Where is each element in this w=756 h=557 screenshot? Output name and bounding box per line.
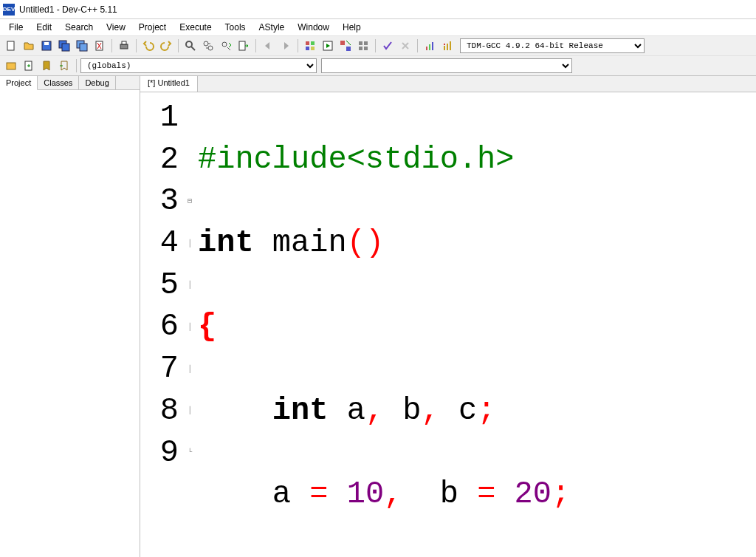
svg-rect-6 (80, 44, 87, 51)
compile-run-icon[interactable] (337, 38, 354, 54)
svg-point-14 (204, 41, 208, 46)
svg-rect-11 (122, 41, 126, 44)
menu-tools[interactable]: Tools (219, 21, 252, 34)
new-file-icon[interactable] (3, 38, 19, 54)
svg-rect-28 (364, 47, 368, 50)
line-number: 3 (140, 180, 179, 222)
svg-rect-30 (429, 44, 430, 50)
sidebar-tab-classes[interactable]: Classes (38, 76, 79, 89)
menu-project[interactable]: Project (133, 21, 172, 34)
svg-point-12 (186, 41, 192, 47)
menu-window[interactable]: Window (292, 21, 335, 34)
preproc: #include<stdio.h> (198, 142, 514, 177)
editor-tab-untitled1[interactable]: [*] Untitled1 (140, 76, 198, 92)
redo-icon[interactable] (158, 38, 174, 54)
separator (417, 39, 418, 52)
editor-area: [*] Untitled1 1 2 3 4 5 6 7 8 9 ⊟ │ │ │ (140, 76, 756, 557)
separator (136, 39, 137, 52)
svg-rect-34 (450, 41, 451, 50)
line-number: 5 (140, 264, 179, 307)
globals-select[interactable]: (globals) (80, 58, 317, 73)
sidebar-tab-debug[interactable]: Debug (79, 76, 115, 89)
svg-rect-4 (62, 44, 69, 51)
line-number: 8 (140, 390, 179, 432)
menu-edit[interactable]: Edit (30, 21, 58, 34)
svg-rect-32 (444, 46, 445, 50)
separator (76, 59, 77, 72)
svg-rect-23 (340, 41, 345, 45)
menu-search[interactable]: Search (59, 21, 99, 34)
svg-rect-27 (359, 47, 362, 50)
goto-bookmark-icon[interactable] (56, 58, 72, 74)
svg-rect-21 (311, 47, 315, 50)
brace: { (198, 309, 216, 344)
menubar: File Edit Search View Project Execute To… (0, 19, 756, 35)
profile-icon[interactable] (422, 38, 438, 54)
print-icon[interactable] (116, 38, 132, 54)
sidebar: Project Classes Debug (0, 76, 140, 557)
insert-icon[interactable] (21, 58, 37, 74)
fold-toggle-icon[interactable]: ⊟ (185, 180, 195, 222)
code-content[interactable]: #include<stdio.h> int main() { int a, b,… (195, 92, 756, 557)
toolbar-main: TDM-GCC 4.9.2 64-bit Release (0, 35, 756, 55)
save-all-proj-icon[interactable] (74, 38, 90, 54)
svg-rect-24 (346, 47, 351, 51)
svg-rect-26 (364, 41, 368, 45)
separator (298, 39, 298, 52)
separator (375, 39, 376, 52)
compile-icon[interactable] (302, 38, 318, 54)
keyword: int (198, 225, 254, 261)
symbol-select[interactable] (321, 58, 572, 73)
save-icon[interactable] (38, 38, 55, 54)
separator (178, 39, 179, 52)
new-project-icon[interactable] (3, 58, 19, 74)
svg-rect-19 (311, 41, 315, 45)
goto-icon[interactable] (236, 38, 252, 54)
code-editor[interactable]: 1 2 3 4 5 6 7 8 9 ⊟ │ │ │ │ │ └ #i (140, 92, 756, 557)
window-title: Untitled1 - Dev-C++ 5.11 (19, 4, 117, 15)
svg-rect-20 (306, 47, 309, 50)
fold-column: ⊟ │ │ │ │ │ └ (185, 92, 195, 557)
check-icon[interactable] (379, 38, 396, 54)
svg-rect-29 (426, 47, 427, 50)
svg-point-15 (208, 46, 213, 50)
svg-point-35 (444, 44, 445, 45)
menu-astyle[interactable]: AStyle (253, 21, 291, 34)
save-all-icon[interactable] (56, 38, 72, 54)
find-next-icon[interactable] (218, 38, 234, 54)
svg-rect-18 (306, 41, 309, 45)
line-number: 7 (140, 348, 179, 390)
svg-rect-17 (239, 41, 245, 50)
find-icon[interactable] (182, 38, 199, 54)
svg-rect-25 (359, 41, 362, 45)
line-number: 6 (140, 306, 179, 348)
ident: main (272, 225, 347, 261)
run-icon[interactable] (320, 38, 336, 54)
open-icon[interactable] (21, 38, 37, 54)
menu-file[interactable]: File (3, 21, 29, 34)
svg-rect-36 (7, 63, 16, 69)
forward-icon[interactable] (278, 38, 294, 54)
bookmark-icon[interactable] (38, 58, 55, 74)
svg-rect-10 (120, 44, 128, 49)
back-icon[interactable] (260, 38, 276, 54)
app-icon: DEV (3, 4, 15, 16)
compiler-select[interactable]: TDM-GCC 4.9.2 64-bit Release (460, 38, 645, 53)
menu-help[interactable]: Help (337, 21, 367, 34)
sidebar-tab-project[interactable]: Project (0, 76, 38, 90)
close-file-icon[interactable] (92, 38, 108, 54)
menu-execute[interactable]: Execute (173, 21, 217, 34)
menu-view[interactable]: View (100, 21, 131, 34)
line-gutter: 1 2 3 4 5 6 7 8 9 (140, 92, 185, 557)
svg-line-13 (191, 47, 195, 50)
svg-rect-0 (7, 41, 14, 50)
replace-icon[interactable] (200, 38, 216, 54)
clean-icon[interactable] (397, 38, 413, 54)
separator (255, 39, 256, 52)
undo-icon[interactable] (140, 38, 157, 54)
svg-point-16 (222, 42, 227, 47)
debug-icon[interactable] (439, 38, 456, 54)
editor-tabs: [*] Untitled1 (140, 76, 756, 92)
svg-rect-31 (432, 42, 433, 50)
rebuild-icon[interactable] (355, 38, 371, 54)
